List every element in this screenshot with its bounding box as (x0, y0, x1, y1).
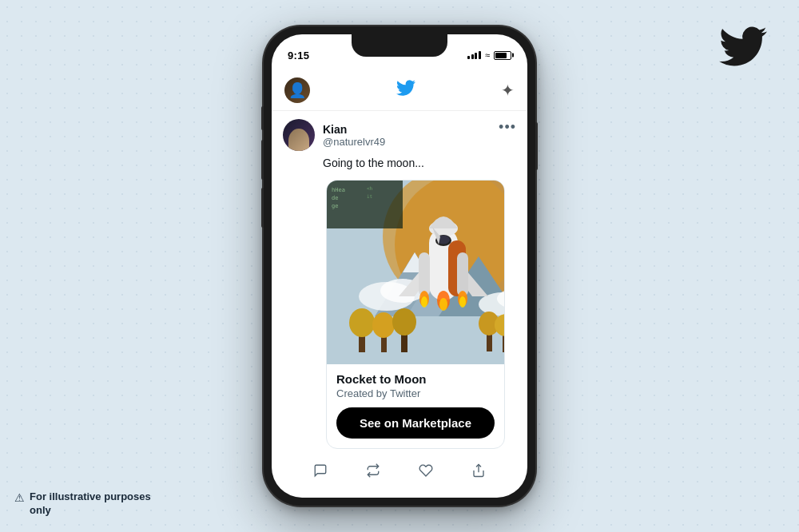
svg-text:it: it (367, 193, 373, 199)
reply-button[interactable] (313, 463, 328, 478)
tweet-header: Kian @naturelvr49 ••• (283, 119, 516, 151)
svg-text:hHea: hHea (332, 187, 345, 193)
tweet-container: Kian @naturelvr49 ••• Going to the moon.… (272, 111, 527, 498)
tweet-text: Going to the moon... (323, 156, 516, 172)
disclaimer-text: For illustrative purposes only (30, 490, 158, 518)
svg-text:<h: <h (367, 185, 373, 191)
twitter-nav-icon (396, 78, 415, 102)
tweet-actions (283, 455, 516, 486)
retweet-button[interactable] (366, 463, 380, 478)
signal-icon (467, 51, 481, 59)
nft-creator: Created by Twitter (336, 387, 495, 399)
phone-screen: 9:15 ≈ 👤 (272, 34, 527, 498)
twitter-logo-corner (719, 22, 767, 80)
tweet-author-handle[interactable]: @naturelvr49 (323, 136, 385, 148)
user-avatar[interactable]: 👤 (284, 77, 310, 103)
phone-shell: 9:15 ≈ 👤 (264, 26, 535, 506)
wifi-icon: ≈ (485, 50, 490, 60)
warning-icon: ⚠ (14, 491, 25, 504)
sparkle-icon[interactable]: ✦ (501, 81, 515, 100)
nft-info: Rocket to Moon Created by Twitter See on… (327, 364, 504, 448)
svg-point-34 (459, 296, 466, 308)
svg-point-17 (392, 308, 416, 335)
share-button[interactable] (471, 463, 486, 478)
tweet-more-button[interactable]: ••• (499, 119, 516, 136)
power-button (535, 122, 538, 170)
notch (352, 34, 447, 57)
phone-mockup: 9:15 ≈ 👤 (264, 26, 535, 506)
see-on-marketplace-button[interactable]: See on Marketplace (336, 407, 495, 439)
svg-rect-29 (419, 252, 430, 296)
tweet-author-avatar[interactable] (283, 119, 315, 151)
svg-text:de: de (332, 195, 338, 201)
nft-title: Rocket to Moon (336, 372, 495, 386)
svg-text:ge: ge (332, 203, 338, 209)
status-icons: ≈ (467, 50, 511, 60)
nft-card: hHea de ge <h it Rocket to Moon Created … (326, 180, 505, 449)
like-button[interactable] (419, 463, 433, 478)
disclaimer-box: ⚠ For illustrative purposes only (14, 490, 158, 518)
svg-rect-30 (457, 252, 468, 296)
tweet-author-info: Kian @naturelvr49 (323, 123, 385, 148)
svg-point-13 (349, 308, 375, 337)
tweet-author-name[interactable]: Kian (323, 123, 385, 136)
svg-point-36 (439, 298, 447, 311)
tweet: Kian @naturelvr49 ••• Going to the moon.… (272, 111, 527, 486)
nav-bar: 👤 ✦ (272, 69, 527, 111)
tweet-author-row: Kian @naturelvr49 (283, 119, 385, 151)
volume-down-button (261, 188, 264, 228)
svg-point-32 (421, 296, 427, 308)
volume-up-button (261, 140, 264, 180)
nft-image: hHea de ge <h it (327, 181, 504, 364)
battery-icon (494, 51, 511, 60)
silent-button (261, 106, 264, 130)
status-time: 9:15 (288, 50, 309, 62)
svg-point-15 (372, 312, 395, 338)
